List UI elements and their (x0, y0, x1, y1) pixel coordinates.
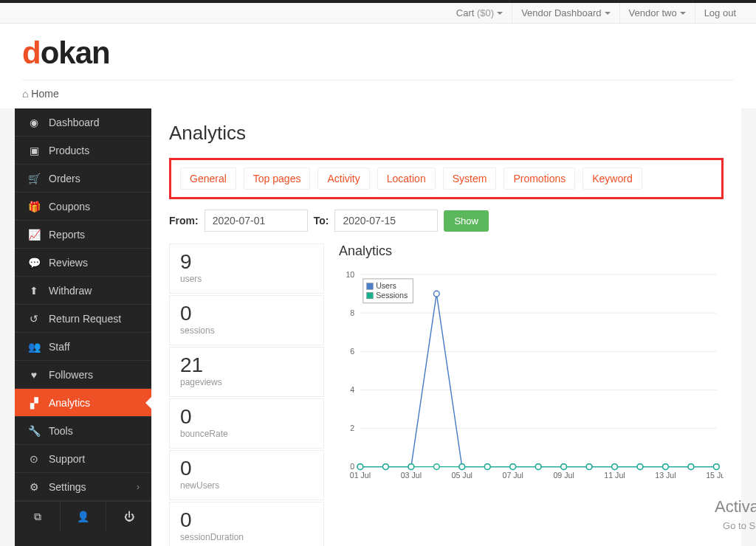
stat-value: 0 (180, 407, 313, 427)
return-icon: ↺ (27, 313, 41, 325)
sidebar-item-label: Settings (49, 481, 86, 493)
svg-point-43 (561, 464, 567, 470)
sidebar-item-coupons[interactable]: 🎁Coupons (15, 193, 151, 221)
stat-value: 21 (180, 355, 313, 376)
sidebar-item-label: Products (49, 145, 89, 156)
sidebar-item-tools[interactable]: 🔧Tools (15, 417, 151, 445)
sidebar-item-label: Analytics (49, 397, 90, 409)
sidebar-item-return-request[interactable]: ↺Return Request (15, 305, 151, 333)
sidebar-item-reports[interactable]: 📈Reports (15, 221, 151, 249)
svg-text:15 Jul: 15 Jul (706, 471, 724, 480)
svg-point-47 (663, 464, 669, 470)
sidebar-item-label: Withdraw (49, 285, 92, 297)
sidebar-item-label: Followers (49, 369, 93, 381)
svg-point-37 (408, 464, 414, 470)
brand-rest: okan (41, 35, 110, 70)
svg-point-42 (535, 464, 541, 470)
breadcrumb[interactable]: ⌂ Home (22, 80, 734, 100)
tab-general[interactable]: General (180, 167, 236, 190)
sidebar-item-orders[interactable]: 🛒Orders (15, 165, 151, 193)
svg-point-45 (612, 464, 618, 470)
sidebar-item-staff[interactable]: 👥Staff (15, 333, 151, 361)
logout-link[interactable]: Log out (695, 3, 745, 23)
tab-activity[interactable]: Activity (317, 167, 369, 190)
profile-button[interactable]: 👤 (61, 502, 106, 531)
cart-menu[interactable]: Cart ($0) (447, 3, 512, 23)
heart-icon: ♥ (27, 369, 41, 381)
tab-system[interactable]: System (443, 167, 497, 190)
chevron-right-icon: › (137, 482, 140, 492)
vendor-two-menu[interactable]: Vendor two (620, 3, 695, 23)
activate-watermark-line2: Go to Set (723, 520, 756, 531)
svg-point-36 (383, 464, 389, 470)
tab-location[interactable]: Location (377, 167, 436, 190)
sidebar-item-withdraw[interactable]: ⬆Withdraw (15, 277, 151, 305)
cart-icon: 🛒 (27, 173, 41, 184)
svg-point-39 (459, 464, 465, 470)
svg-text:13 Jul: 13 Jul (655, 471, 676, 480)
to-input[interactable] (334, 210, 438, 232)
gear-icon: ⚙ (27, 481, 41, 493)
gift-icon: 🎁 (27, 201, 41, 212)
analytics-chart: 024681001 Jul03 Jul05 Jul07 Jul09 Jul11 … (339, 263, 724, 492)
sidebar-item-label: Support (49, 453, 85, 465)
show-button[interactable]: Show (444, 210, 489, 232)
tab-promotions[interactable]: Promotions (504, 167, 575, 190)
sidebar-item-support[interactable]: ⊙Support (15, 445, 151, 473)
user-icon: 👤 (77, 511, 89, 522)
svg-rect-51 (367, 283, 374, 290)
sidebar-item-reviews[interactable]: 💬Reviews (15, 249, 151, 277)
activate-watermark-line1: Activat (715, 497, 756, 516)
external-icon: ⧉ (34, 511, 41, 523)
chart-title: Analytics (339, 243, 724, 259)
sidebar-item-label: Staff (49, 341, 70, 353)
stat-value: 0 (180, 303, 313, 324)
sidebar-item-label: Reports (49, 229, 85, 241)
to-label: To: (314, 215, 329, 227)
tab-keyword[interactable]: Keyword (583, 167, 642, 190)
sidebar-item-followers[interactable]: ♥Followers (15, 361, 151, 389)
svg-text:6: 6 (350, 347, 354, 356)
users-icon: 👥 (27, 341, 41, 353)
area-chart-icon: ▞ (27, 397, 41, 409)
vendor-dashboard-menu[interactable]: Vendor Dashboard (512, 3, 619, 23)
power-button[interactable]: ⏻ (106, 502, 151, 531)
date-filter-row: From: To: Show (169, 210, 724, 232)
stat-sessionduration: 0sessionDuration (169, 502, 324, 546)
stat-value: 0 (180, 510, 313, 531)
cart-amount: ($0) (477, 7, 494, 18)
tab-top-pages[interactable]: Top pages (244, 167, 311, 190)
stat-pageviews: 21pageviews (169, 347, 324, 397)
chart-column: Analytics 024681001 Jul03 Jul05 Jul07 Ju… (339, 243, 724, 546)
wrench-icon: 🔧 (27, 425, 41, 437)
stat-newusers: 0newUsers (169, 450, 324, 500)
stats-column: 9users 0sessions 21pageviews 0bounceRate… (169, 243, 324, 546)
svg-text:03 Jul: 03 Jul (401, 471, 422, 480)
chart-icon: 📈 (27, 229, 41, 241)
svg-point-41 (510, 464, 516, 470)
sidebar-bottom: ⧉ 👤 ⏻ (15, 501, 151, 531)
svg-point-49 (713, 464, 719, 470)
from-input[interactable] (205, 210, 308, 232)
svg-point-48 (688, 464, 694, 470)
sidebar-item-products[interactable]: ▣Products (15, 136, 151, 165)
svg-text:8: 8 (350, 308, 354, 317)
chevron-down-icon (680, 12, 686, 15)
stat-label: bounceRate (180, 429, 313, 439)
sidebar-item-label: Return Request (49, 313, 121, 325)
brand-first-letter: d (22, 35, 41, 70)
stat-label: users (180, 274, 313, 284)
svg-text:10: 10 (346, 270, 354, 279)
svg-text:2: 2 (350, 424, 354, 432)
external-link-button[interactable]: ⧉ (15, 502, 61, 531)
svg-point-40 (484, 464, 490, 470)
sidebar-item-settings[interactable]: ⚙Settings› (15, 473, 151, 501)
sidebar-item-analytics[interactable]: ▞Analytics (15, 389, 151, 417)
brand-logo[interactable]: dokan (22, 35, 734, 71)
svg-text:09 Jul: 09 Jul (553, 471, 574, 480)
svg-text:05 Jul: 05 Jul (452, 471, 472, 480)
topbar: Cart ($0) Vendor Dashboard Vendor two Lo… (0, 0, 756, 24)
svg-text:11 Jul: 11 Jul (604, 471, 625, 480)
sidebar-item-dashboard[interactable]: ◉Dashboard (15, 108, 151, 136)
sidebar: ◉Dashboard ▣Products 🛒Orders 🎁Coupons 📈R… (15, 108, 151, 546)
